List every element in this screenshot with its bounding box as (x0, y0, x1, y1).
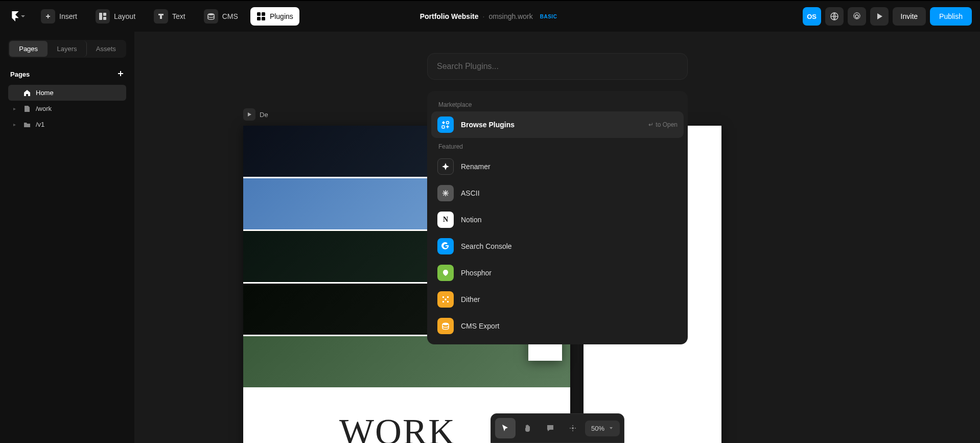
cms-icon (204, 9, 218, 24)
plugins-icon (256, 12, 266, 21)
plugin-ascii[interactable]: ASCII (431, 180, 684, 206)
sidebar-tabs: Pages Layers Assets (8, 40, 126, 58)
notion-icon: N (437, 212, 454, 228)
publish-button[interactable]: Publish (930, 7, 972, 26)
renamer-icon (437, 158, 454, 175)
sidebar: Pages Layers Assets Pages Home ▸ /work ▸… (0, 32, 135, 443)
work-heading: WORK (339, 411, 456, 443)
hand-tool[interactable] (518, 418, 538, 438)
bottom-toolbar: 50% (491, 413, 624, 443)
cursor-tool[interactable] (495, 418, 516, 438)
plugin-label: Phosphor (461, 269, 492, 277)
tab-layers[interactable]: Layers (48, 41, 86, 57)
svg-rect-18 (442, 296, 444, 298)
plugin-phosphor[interactable]: Phosphor (431, 260, 684, 286)
plugin-label: Dither (461, 295, 480, 304)
layout-icon (96, 9, 110, 24)
cms-button[interactable]: CMS (198, 7, 244, 26)
svg-point-10 (855, 15, 858, 18)
plugins-search-input[interactable]: Search Plugins... (427, 53, 688, 80)
search-placeholder: Search Plugins... (437, 62, 499, 71)
page-item-v1[interactable]: ▸ /v1 (8, 116, 126, 132)
plugin-browse[interactable]: Browse Plugins ↵ to Open (431, 111, 684, 138)
globe-button[interactable] (825, 7, 844, 26)
effects-tool[interactable] (563, 418, 583, 438)
text-button[interactable]: Text (148, 7, 192, 26)
page-item-work[interactable]: ▸ /work (8, 101, 126, 116)
svg-rect-22 (447, 301, 449, 302)
ascii-icon (437, 185, 454, 201)
plugin-notion[interactable]: N Notion (431, 206, 684, 233)
chevron-right-icon[interactable]: ▸ (13, 106, 18, 111)
play-button[interactable] (870, 7, 889, 26)
svg-point-4 (208, 13, 214, 15)
zoom-select[interactable]: 50% (585, 421, 620, 436)
tab-assets[interactable]: Assets (87, 41, 125, 57)
page-item-home[interactable]: Home (8, 85, 126, 101)
plugin-label: CMS Export (461, 322, 499, 330)
plugins-label: Plugins (270, 12, 293, 20)
svg-point-14 (572, 425, 573, 426)
page-icon (24, 105, 31, 112)
framer-logo-menu[interactable] (8, 6, 29, 27)
chevron-down-icon (609, 426, 614, 431)
plugin-renamer[interactable]: Renamer (431, 153, 684, 180)
page-label: /work (36, 105, 52, 112)
frame-primary-icon[interactable] (243, 108, 255, 121)
layout-button[interactable]: Layout (89, 7, 142, 26)
project-title: Portfolio Website · omsingh.work BASIC (420, 12, 561, 20)
layout-label: Layout (114, 12, 135, 20)
comment-tool[interactable] (540, 418, 561, 438)
folder-icon (24, 121, 31, 128)
section-marketplace: Marketplace (431, 96, 684, 111)
dither-icon (437, 291, 454, 308)
publish-label: Publish (939, 12, 963, 20)
svg-point-15 (572, 430, 573, 431)
home-icon (24, 89, 31, 97)
svg-point-13 (575, 428, 576, 429)
plugins-button[interactable]: Plugins (250, 7, 299, 26)
tab-pages[interactable]: Pages (9, 41, 48, 57)
settings-button[interactable] (848, 7, 866, 26)
plugin-label: Browse Plugins (461, 121, 515, 129)
cms-label: CMS (222, 12, 238, 20)
plugin-label: ASCII (461, 189, 480, 197)
insert-button[interactable]: Insert (35, 7, 83, 26)
invite-label: Invite (901, 12, 918, 20)
plugin-label: Notion (461, 216, 481, 224)
section-featured: Featured (431, 138, 684, 153)
insert-label: Insert (59, 12, 77, 20)
svg-rect-2 (103, 13, 106, 16)
svg-rect-5 (257, 12, 261, 16)
pages-header-label: Pages (10, 71, 30, 78)
plugin-search-console[interactable]: Search Console (431, 233, 684, 260)
invite-button[interactable]: Invite (893, 7, 926, 26)
canvas[interactable]: De WORK nt (135, 32, 980, 443)
chevron-right-icon[interactable]: ▸ (13, 122, 18, 127)
plugin-dither[interactable]: Dither (431, 286, 684, 313)
svg-rect-20 (445, 299, 447, 300)
user-avatar[interactable]: OS (803, 7, 821, 26)
phosphor-icon (437, 265, 454, 281)
svg-point-12 (570, 428, 571, 429)
svg-point-11 (572, 427, 574, 429)
svg-rect-17 (442, 126, 445, 128)
plugins-modal: Search Plugins... Marketplace Browse Plu… (427, 53, 688, 344)
plugin-label: Renamer (461, 162, 491, 171)
svg-rect-1 (99, 13, 102, 20)
svg-rect-3 (103, 17, 106, 20)
zoom-value: 50% (591, 425, 604, 432)
svg-point-23 (442, 323, 449, 325)
plugin-label: Search Console (461, 242, 512, 250)
svg-point-16 (447, 122, 449, 124)
insert-icon (41, 9, 55, 24)
frame-label: De (260, 111, 268, 119)
svg-rect-8 (262, 17, 265, 20)
search-console-icon (437, 238, 454, 254)
page-label: Home (36, 89, 54, 97)
add-page-button[interactable] (117, 70, 124, 79)
text-label: Text (172, 12, 185, 20)
plugin-cms-export[interactable]: CMS Export (431, 313, 684, 339)
svg-rect-19 (447, 296, 449, 298)
svg-rect-6 (262, 12, 265, 16)
